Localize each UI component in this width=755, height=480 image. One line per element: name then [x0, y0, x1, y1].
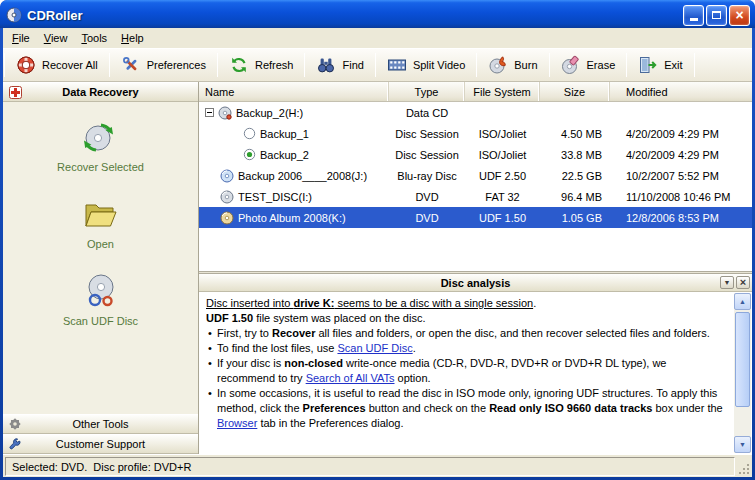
exit-button[interactable]: Exit [628, 49, 692, 81]
inline-link[interactable]: Search of All VATs [306, 372, 395, 384]
analysis-line: If your disc is non-closed write-once me… [206, 356, 726, 386]
column-header-size[interactable]: Size [540, 82, 610, 101]
rollup-analysis-button[interactable]: ▼ [720, 276, 734, 289]
sidebar-footer-label: Customer Support [56, 438, 145, 450]
window-title: CDRoller [27, 8, 678, 23]
sidebar-footer-other-tools[interactable]: Other Tools [3, 414, 198, 434]
support-wrench-icon [9, 438, 21, 450]
column-header-modified[interactable]: Modified [610, 82, 752, 101]
close-button[interactable]: × [729, 5, 750, 26]
inline-link[interactable]: Browser [217, 417, 257, 429]
scrollbar-thumb[interactable] [735, 312, 750, 407]
text-segment: V [44, 32, 51, 44]
status-bar: Selected: DVD. Disc profile: DVD+R [3, 454, 752, 477]
text-segment: box under the [652, 402, 722, 414]
text-segment: . [413, 342, 416, 354]
gear-icon [9, 418, 21, 430]
text-segment: file system was placed on the disc. [253, 312, 425, 324]
menu-file[interactable]: File [5, 30, 37, 46]
table-row-selected[interactable]: Photo Album 2008(K:) DVD UDF 1.50 1.05 G… [199, 207, 752, 228]
title-bar[interactable]: CDRoller × [0, 0, 755, 28]
row-name: Backup_1 [260, 128, 309, 140]
recover-all-button[interactable]: Recover All [6, 49, 108, 81]
erase-button[interactable]: Erase [551, 49, 626, 81]
text-segment: option. [395, 372, 431, 384]
table-row[interactable]: Backup_2(H:) Data CD [199, 102, 752, 123]
analysis-scrollbar[interactable]: ▲ ▼ [734, 293, 751, 453]
toolbar-separator [217, 53, 218, 77]
text-segment: seems to be a disc with a single session [334, 297, 533, 309]
column-header-file-system[interactable]: File System [465, 82, 540, 101]
find-button[interactable]: Find [306, 49, 373, 81]
dvd-disc-icon [220, 190, 234, 204]
toolbar-separator [4, 53, 5, 77]
find-icon [316, 55, 336, 75]
toolbar-separator [626, 53, 627, 77]
row-file-system: ISO/Joliet [465, 149, 540, 161]
sidebar: Data Recovery Recover Selected Open [3, 82, 199, 454]
disc-analysis-panel: Disc analysis ▼ × Disc inserted into dri… [199, 274, 752, 454]
scroll-up-button[interactable]: ▲ [734, 293, 751, 310]
toolbar-separator [549, 53, 550, 77]
scroll-down-button[interactable]: ▼ [734, 436, 751, 453]
erase-label: Erase [587, 59, 616, 71]
column-header-type[interactable]: Type [389, 82, 465, 101]
menu-bar: File View Tools Help [3, 28, 752, 48]
table-row[interactable]: Backup_1 Disc Session ISO/Joliet 4.50 MB… [199, 123, 752, 144]
refresh-button[interactable]: Refresh [219, 49, 304, 81]
menu-tools[interactable]: Tools [74, 30, 114, 46]
minimize-icon [690, 18, 698, 21]
row-type: Blu-ray Disc [389, 170, 465, 182]
sidebar-item-recover-selected[interactable]: Recover Selected [57, 118, 144, 173]
row-size: 33.8 MB [540, 149, 610, 161]
minimize-button[interactable] [683, 5, 704, 26]
table-row[interactable]: Backup_2 Disc Session ISO/Joliet 33.8 MB… [199, 144, 752, 165]
row-file-system: UDF 2.50 [465, 170, 540, 182]
burn-button[interactable]: Burn [478, 49, 547, 81]
resize-grip[interactable] [737, 457, 751, 476]
toolbar-separator [476, 53, 477, 77]
row-type: Disc Session [389, 149, 465, 161]
text-segment: Recover [272, 327, 315, 339]
erase-icon [561, 55, 581, 75]
inline-link[interactable]: Scan UDF Disc [337, 342, 412, 354]
text-segment: ools [87, 32, 107, 44]
photo-dvd-disc-icon [220, 211, 234, 225]
preferences-button[interactable]: Preferences [111, 49, 216, 81]
recover-all-icon [16, 55, 36, 75]
analysis-line: First, try to Recover all files and fold… [206, 326, 726, 341]
text-segment: F [12, 32, 19, 44]
column-header-name[interactable]: Name [199, 82, 389, 101]
app-disc-icon [6, 7, 22, 23]
toolbar-separator [109, 53, 110, 77]
menu-view[interactable]: View [37, 30, 75, 46]
sidebar-item-scan-udf-disc[interactable]: Scan UDF Disc [63, 272, 138, 327]
row-size: 22.5 GB [540, 170, 610, 182]
sidebar-header-data-recovery[interactable]: Data Recovery [3, 82, 198, 102]
maximize-button[interactable] [706, 5, 727, 26]
close-icon: × [735, 8, 743, 22]
table-row[interactable]: TEST_DISC(I:) DVD FAT 32 96.4 MB 11/10/2… [199, 186, 752, 207]
text-segment: all files and folders, or open the disc,… [315, 327, 709, 339]
row-modified: 11/10/2008 10:46 PM [610, 191, 752, 203]
preferences-label: Preferences [147, 59, 206, 71]
open-folder-icon [82, 195, 120, 233]
toolbar-separator [304, 53, 305, 77]
row-name: TEST_DISC(I:) [238, 191, 312, 203]
close-analysis-button[interactable]: × [736, 276, 750, 289]
menu-help[interactable]: Help [114, 30, 151, 46]
sidebar-footer-customer-support[interactable]: Customer Support [3, 434, 198, 454]
text-segment: H [121, 32, 129, 44]
collapse-expander-icon[interactable] [205, 108, 214, 117]
sidebar-item-open[interactable]: Open [82, 195, 120, 250]
analysis-line: In some occasions, it is useful to read … [206, 386, 726, 431]
split-video-icon [387, 55, 407, 75]
text-segment: elp [129, 32, 144, 44]
recover-all-label: Recover All [42, 59, 98, 71]
exit-icon [638, 55, 658, 75]
table-row[interactable]: Backup 2006____2008(J:) Blu-ray Disc UDF… [199, 165, 752, 186]
refresh-label: Refresh [255, 59, 294, 71]
toolbar: Recover All Preferences Refresh Find Spl… [3, 48, 752, 82]
bluray-disc-icon [220, 169, 234, 183]
split-video-button[interactable]: Split Video [377, 49, 475, 81]
